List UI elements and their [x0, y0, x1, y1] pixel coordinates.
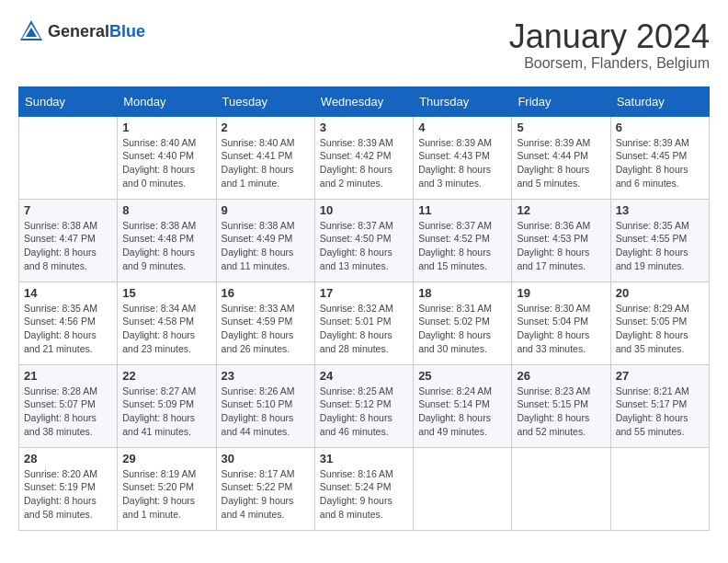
- day-number: 23: [222, 369, 310, 383]
- calendar-cell: 19Sunrise: 8:30 AMSunset: 5:04 PMDayligh…: [512, 282, 610, 364]
- calendar-cell: 15Sunrise: 8:34 AMSunset: 4:58 PMDayligh…: [118, 282, 216, 364]
- day-info: Sunrise: 8:40 AMSunset: 4:41 PMDaylight:…: [222, 136, 310, 190]
- calendar-cell: 28Sunrise: 8:20 AMSunset: 5:19 PMDayligh…: [19, 447, 118, 530]
- weekday-header-sunday: Sunday: [19, 86, 118, 116]
- weekday-header-monday: Monday: [118, 86, 216, 116]
- day-number: 27: [616, 369, 704, 383]
- weekday-header-friday: Friday: [512, 86, 610, 116]
- day-info: Sunrise: 8:19 AMSunset: 5:20 PMDaylight:…: [122, 467, 210, 522]
- day-number: 7: [24, 203, 112, 217]
- day-info: Sunrise: 8:35 AMSunset: 4:55 PMDaylight:…: [616, 219, 704, 273]
- calendar-cell: 27Sunrise: 8:21 AMSunset: 5:17 PMDayligh…: [610, 364, 709, 447]
- day-info: Sunrise: 8:25 AMSunset: 5:12 PMDaylight:…: [320, 385, 408, 439]
- day-number: 2: [222, 121, 310, 134]
- day-info: Sunrise: 8:36 AMSunset: 4:53 PMDaylight:…: [517, 219, 605, 273]
- day-number: 17: [320, 286, 408, 300]
- calendar-cell: 18Sunrise: 8:31 AMSunset: 5:02 PMDayligh…: [414, 282, 512, 364]
- day-number: 14: [24, 286, 112, 300]
- day-number: 20: [616, 286, 704, 300]
- day-info: Sunrise: 8:38 AMSunset: 4:48 PMDaylight:…: [122, 219, 210, 273]
- day-info: Sunrise: 8:20 AMSunset: 5:19 PMDaylight:…: [24, 467, 112, 522]
- day-number: 3: [320, 121, 408, 134]
- weekday-header-wednesday: Wednesday: [314, 86, 413, 116]
- day-number: 9: [222, 203, 310, 217]
- day-info: Sunrise: 8:39 AMSunset: 4:42 PMDaylight:…: [320, 136, 408, 190]
- calendar-cell: 30Sunrise: 8:17 AMSunset: 5:22 PMDayligh…: [216, 447, 314, 530]
- calendar-cell: 7Sunrise: 8:38 AMSunset: 4:47 PMDaylight…: [19, 199, 118, 282]
- week-row-5: 28Sunrise: 8:20 AMSunset: 5:19 PMDayligh…: [19, 447, 710, 530]
- calendar-cell: 22Sunrise: 8:27 AMSunset: 5:09 PMDayligh…: [118, 364, 216, 447]
- calendar-cell: 6Sunrise: 8:39 AMSunset: 4:45 PMDaylight…: [610, 116, 709, 199]
- day-number: 18: [418, 286, 506, 300]
- weekday-header-saturday: Saturday: [610, 86, 709, 116]
- day-info: Sunrise: 8:29 AMSunset: 5:05 PMDaylight:…: [616, 302, 704, 356]
- calendar-cell: 20Sunrise: 8:29 AMSunset: 5:05 PMDayligh…: [610, 282, 709, 364]
- calendar-cell: 21Sunrise: 8:28 AMSunset: 5:07 PMDayligh…: [19, 364, 118, 447]
- day-info: Sunrise: 8:23 AMSunset: 5:15 PMDaylight:…: [517, 385, 605, 439]
- day-info: Sunrise: 8:39 AMSunset: 4:44 PMDaylight:…: [517, 136, 605, 190]
- day-number: 30: [222, 452, 310, 465]
- day-number: 26: [517, 369, 605, 383]
- day-number: 22: [122, 369, 210, 383]
- day-number: 19: [517, 286, 605, 300]
- day-info: Sunrise: 8:32 AMSunset: 5:01 PMDaylight:…: [320, 302, 408, 356]
- weekday-header-tuesday: Tuesday: [216, 86, 314, 116]
- day-info: Sunrise: 8:24 AMSunset: 5:14 PMDaylight:…: [418, 385, 506, 439]
- page-header: GeneralBlue January 2024 Boorsem, Flande…: [18, 18, 710, 72]
- day-number: 21: [24, 369, 112, 383]
- calendar-cell: 10Sunrise: 8:37 AMSunset: 4:50 PMDayligh…: [314, 199, 413, 282]
- calendar-cell: 8Sunrise: 8:38 AMSunset: 4:48 PMDaylight…: [118, 199, 216, 282]
- day-info: Sunrise: 8:38 AMSunset: 4:47 PMDaylight:…: [24, 219, 112, 273]
- day-info: Sunrise: 8:38 AMSunset: 4:49 PMDaylight:…: [222, 219, 310, 273]
- day-info: Sunrise: 8:16 AMSunset: 5:24 PMDaylight:…: [320, 467, 408, 522]
- day-number: 31: [320, 452, 408, 465]
- day-info: Sunrise: 8:26 AMSunset: 5:10 PMDaylight:…: [222, 385, 310, 439]
- day-info: Sunrise: 8:21 AMSunset: 5:17 PMDaylight:…: [616, 385, 704, 439]
- day-info: Sunrise: 8:37 AMSunset: 4:52 PMDaylight:…: [418, 219, 506, 273]
- logo-general-text: GeneralBlue: [48, 22, 145, 41]
- day-info: Sunrise: 8:39 AMSunset: 4:43 PMDaylight:…: [418, 136, 506, 190]
- calendar-table: SundayMondayTuesdayWednesdayThursdayFrid…: [18, 86, 710, 531]
- calendar-cell: 5Sunrise: 8:39 AMSunset: 4:44 PMDaylight…: [512, 116, 610, 199]
- day-number: 15: [122, 286, 210, 300]
- day-info: Sunrise: 8:39 AMSunset: 4:45 PMDaylight:…: [616, 136, 704, 190]
- day-number: 11: [418, 203, 506, 217]
- calendar-cell: 14Sunrise: 8:35 AMSunset: 4:56 PMDayligh…: [19, 282, 118, 364]
- calendar-cell: 31Sunrise: 8:16 AMSunset: 5:24 PMDayligh…: [314, 447, 413, 530]
- day-info: Sunrise: 8:37 AMSunset: 4:50 PMDaylight:…: [320, 219, 408, 273]
- calendar-cell: 2Sunrise: 8:40 AMSunset: 4:41 PMDaylight…: [216, 116, 314, 199]
- calendar-cell: 3Sunrise: 8:39 AMSunset: 4:42 PMDaylight…: [314, 116, 413, 199]
- logo: GeneralBlue: [18, 18, 145, 44]
- day-number: 25: [418, 369, 506, 383]
- week-row-1: 1Sunrise: 8:40 AMSunset: 4:40 PMDaylight…: [19, 116, 710, 199]
- calendar-cell: 29Sunrise: 8:19 AMSunset: 5:20 PMDayligh…: [118, 447, 216, 530]
- calendar-cell: 12Sunrise: 8:36 AMSunset: 4:53 PMDayligh…: [512, 199, 610, 282]
- day-number: 5: [517, 121, 605, 134]
- title-area: January 2024 Boorsem, Flanders, Belgium: [509, 18, 710, 72]
- logo-icon: [18, 18, 44, 44]
- day-info: Sunrise: 8:31 AMSunset: 5:02 PMDaylight:…: [418, 302, 506, 356]
- week-row-4: 21Sunrise: 8:28 AMSunset: 5:07 PMDayligh…: [19, 364, 710, 447]
- calendar-cell: [19, 116, 118, 199]
- month-title: January 2024: [509, 18, 710, 55]
- day-number: 29: [122, 452, 210, 465]
- calendar-cell: 25Sunrise: 8:24 AMSunset: 5:14 PMDayligh…: [414, 364, 512, 447]
- calendar-cell: 9Sunrise: 8:38 AMSunset: 4:49 PMDaylight…: [216, 199, 314, 282]
- day-info: Sunrise: 8:28 AMSunset: 5:07 PMDaylight:…: [24, 385, 112, 439]
- calendar-cell: 11Sunrise: 8:37 AMSunset: 4:52 PMDayligh…: [414, 199, 512, 282]
- day-info: Sunrise: 8:40 AMSunset: 4:40 PMDaylight:…: [122, 136, 210, 190]
- day-number: 28: [24, 452, 112, 465]
- day-info: Sunrise: 8:34 AMSunset: 4:58 PMDaylight:…: [122, 302, 210, 356]
- calendar-cell: 16Sunrise: 8:33 AMSunset: 4:59 PMDayligh…: [216, 282, 314, 364]
- calendar-cell: 4Sunrise: 8:39 AMSunset: 4:43 PMDaylight…: [414, 116, 512, 199]
- day-info: Sunrise: 8:33 AMSunset: 4:59 PMDaylight:…: [222, 302, 310, 356]
- location-text: Boorsem, Flanders, Belgium: [509, 55, 710, 72]
- calendar-cell: 17Sunrise: 8:32 AMSunset: 5:01 PMDayligh…: [314, 282, 413, 364]
- calendar-cell: 13Sunrise: 8:35 AMSunset: 4:55 PMDayligh…: [610, 199, 709, 282]
- week-row-3: 14Sunrise: 8:35 AMSunset: 4:56 PMDayligh…: [19, 282, 710, 364]
- day-number: 6: [616, 121, 704, 134]
- calendar-cell: [610, 447, 709, 530]
- calendar-cell: 26Sunrise: 8:23 AMSunset: 5:15 PMDayligh…: [512, 364, 610, 447]
- calendar-cell: 23Sunrise: 8:26 AMSunset: 5:10 PMDayligh…: [216, 364, 314, 447]
- day-number: 24: [320, 369, 408, 383]
